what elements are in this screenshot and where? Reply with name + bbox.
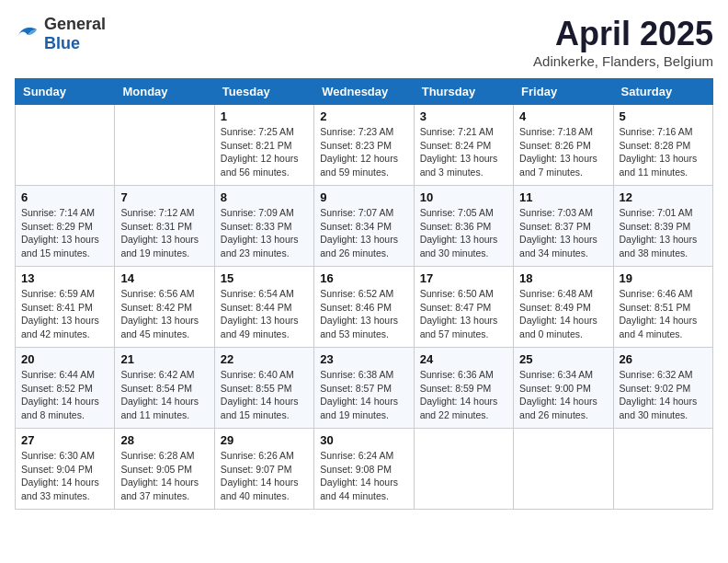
cell-day-number: 12	[620, 190, 707, 204]
cell-sun-info: Sunrise: 7:25 AMSunset: 8:21 PMDaylight:…	[221, 125, 308, 179]
calendar-cell: 2Sunrise: 7:23 AMSunset: 8:23 PMDaylight…	[314, 105, 414, 186]
cell-day-number: 28	[120, 433, 208, 447]
cell-day-number: 17	[420, 271, 507, 285]
calendar-cell: 20Sunrise: 6:44 AMSunset: 8:52 PMDayligh…	[16, 348, 115, 429]
calendar-week-row: 6Sunrise: 7:14 AMSunset: 8:29 PMDaylight…	[16, 186, 713, 267]
calendar-cell: 6Sunrise: 7:14 AMSunset: 8:29 PMDaylight…	[16, 186, 115, 267]
calendar-cell: 9Sunrise: 7:07 AMSunset: 8:34 PMDaylight…	[314, 186, 414, 267]
calendar-cell: 24Sunrise: 6:36 AMSunset: 8:59 PMDayligh…	[414, 348, 513, 429]
cell-day-number: 22	[221, 352, 308, 366]
cell-day-number: 9	[320, 190, 407, 204]
calendar-cell: 28Sunrise: 6:28 AMSunset: 9:05 PMDayligh…	[115, 429, 214, 510]
logo-text: General Blue	[44, 15, 106, 53]
cell-sun-info: Sunrise: 6:52 AMSunset: 8:46 PMDaylight:…	[320, 287, 407, 341]
cell-sun-info: Sunrise: 7:03 AMSunset: 8:37 PMDaylight:…	[519, 206, 607, 260]
cell-day-number: 10	[420, 190, 507, 204]
cell-day-number: 18	[519, 271, 607, 285]
calendar-cell: 23Sunrise: 6:38 AMSunset: 8:57 PMDayligh…	[314, 348, 414, 429]
calendar-cell: 15Sunrise: 6:54 AMSunset: 8:44 PMDayligh…	[214, 267, 313, 348]
calendar-cell: 12Sunrise: 7:01 AMSunset: 8:39 PMDayligh…	[613, 186, 712, 267]
cell-sun-info: Sunrise: 7:16 AMSunset: 8:28 PMDaylight:…	[620, 125, 707, 179]
calendar-cell	[16, 105, 115, 186]
weekday-header: Sunday	[16, 79, 115, 105]
weekday-header: Wednesday	[314, 79, 414, 105]
calendar-cell: 5Sunrise: 7:16 AMSunset: 8:28 PMDaylight…	[613, 105, 712, 186]
cell-sun-info: Sunrise: 6:36 AMSunset: 8:59 PMDaylight:…	[420, 368, 507, 422]
cell-sun-info: Sunrise: 7:01 AMSunset: 8:39 PMDaylight:…	[620, 206, 707, 260]
cell-day-number: 21	[120, 352, 208, 366]
calendar-cell: 19Sunrise: 6:46 AMSunset: 8:51 PMDayligh…	[613, 267, 712, 348]
cell-sun-info: Sunrise: 6:46 AMSunset: 8:51 PMDaylight:…	[620, 287, 707, 341]
cell-sun-info: Sunrise: 7:18 AMSunset: 8:26 PMDaylight:…	[519, 125, 607, 179]
cell-day-number: 27	[21, 433, 108, 447]
calendar-title: April 2025	[533, 15, 713, 53]
weekday-header: Saturday	[613, 79, 712, 105]
calendar-header-row: SundayMondayTuesdayWednesdayThursdayFrid…	[16, 79, 713, 105]
weekday-header: Friday	[514, 79, 613, 105]
cell-sun-info: Sunrise: 6:34 AMSunset: 9:00 PMDaylight:…	[519, 368, 607, 422]
logo-blue: Blue	[44, 34, 80, 52]
calendar-cell: 3Sunrise: 7:21 AMSunset: 8:24 PMDaylight…	[414, 105, 513, 186]
calendar-table: SundayMondayTuesdayWednesdayThursdayFrid…	[15, 78, 713, 510]
calendar-cell	[613, 429, 712, 510]
cell-sun-info: Sunrise: 6:59 AMSunset: 8:41 PMDaylight:…	[21, 287, 108, 341]
calendar-week-row: 27Sunrise: 6:30 AMSunset: 9:04 PMDayligh…	[16, 429, 713, 510]
title-area: April 2025 Adinkerke, Flanders, Belgium	[533, 15, 713, 69]
cell-sun-info: Sunrise: 6:42 AMSunset: 8:54 PMDaylight:…	[120, 368, 208, 422]
logo: General Blue	[15, 15, 106, 53]
calendar-cell: 10Sunrise: 7:05 AMSunset: 8:36 PMDayligh…	[414, 186, 513, 267]
header: General Blue April 2025 Adinkerke, Fland…	[15, 15, 713, 69]
calendar-cell: 16Sunrise: 6:52 AMSunset: 8:46 PMDayligh…	[314, 267, 414, 348]
cell-day-number: 16	[320, 271, 407, 285]
cell-day-number: 7	[120, 190, 208, 204]
cell-sun-info: Sunrise: 6:50 AMSunset: 8:47 PMDaylight:…	[420, 287, 507, 341]
cell-sun-info: Sunrise: 6:40 AMSunset: 8:55 PMDaylight:…	[221, 368, 308, 422]
cell-day-number: 6	[21, 190, 108, 204]
calendar-cell	[115, 105, 214, 186]
calendar-week-row: 20Sunrise: 6:44 AMSunset: 8:52 PMDayligh…	[16, 348, 713, 429]
calendar-cell: 30Sunrise: 6:24 AMSunset: 9:08 PMDayligh…	[314, 429, 414, 510]
cell-day-number: 2	[320, 109, 407, 123]
cell-sun-info: Sunrise: 7:23 AMSunset: 8:23 PMDaylight:…	[320, 125, 407, 179]
calendar-cell: 4Sunrise: 7:18 AMSunset: 8:26 PMDaylight…	[514, 105, 613, 186]
weekday-header: Monday	[115, 79, 214, 105]
calendar-week-row: 13Sunrise: 6:59 AMSunset: 8:41 PMDayligh…	[16, 267, 713, 348]
cell-day-number: 25	[519, 352, 607, 366]
calendar-location: Adinkerke, Flanders, Belgium	[533, 53, 713, 69]
cell-sun-info: Sunrise: 6:28 AMSunset: 9:05 PMDaylight:…	[120, 449, 208, 503]
cell-sun-info: Sunrise: 7:12 AMSunset: 8:31 PMDaylight:…	[120, 206, 208, 260]
cell-day-number: 23	[320, 352, 407, 366]
calendar-cell: 14Sunrise: 6:56 AMSunset: 8:42 PMDayligh…	[115, 267, 214, 348]
cell-day-number: 3	[420, 109, 507, 123]
cell-sun-info: Sunrise: 7:21 AMSunset: 8:24 PMDaylight:…	[420, 125, 507, 179]
calendar-cell	[514, 429, 613, 510]
cell-day-number: 26	[620, 352, 707, 366]
cell-sun-info: Sunrise: 6:48 AMSunset: 8:49 PMDaylight:…	[519, 287, 607, 341]
cell-sun-info: Sunrise: 6:32 AMSunset: 9:02 PMDaylight:…	[620, 368, 707, 422]
cell-day-number: 11	[519, 190, 607, 204]
calendar-cell	[414, 429, 513, 510]
cell-sun-info: Sunrise: 7:07 AMSunset: 8:34 PMDaylight:…	[320, 206, 407, 260]
cell-day-number: 13	[21, 271, 108, 285]
calendar-cell: 13Sunrise: 6:59 AMSunset: 8:41 PMDayligh…	[16, 267, 115, 348]
cell-day-number: 19	[620, 271, 707, 285]
calendar-cell: 26Sunrise: 6:32 AMSunset: 9:02 PMDayligh…	[613, 348, 712, 429]
cell-sun-info: Sunrise: 6:30 AMSunset: 9:04 PMDaylight:…	[21, 449, 108, 503]
cell-day-number: 29	[221, 433, 308, 447]
cell-day-number: 1	[221, 109, 308, 123]
calendar-cell: 29Sunrise: 6:26 AMSunset: 9:07 PMDayligh…	[214, 429, 313, 510]
logo-icon	[15, 22, 40, 46]
cell-day-number: 15	[221, 271, 308, 285]
cell-sun-info: Sunrise: 7:09 AMSunset: 8:33 PMDaylight:…	[221, 206, 308, 260]
cell-sun-info: Sunrise: 7:05 AMSunset: 8:36 PMDaylight:…	[420, 206, 507, 260]
logo-general: General	[44, 15, 106, 33]
cell-sun-info: Sunrise: 6:44 AMSunset: 8:52 PMDaylight:…	[21, 368, 108, 422]
cell-sun-info: Sunrise: 7:14 AMSunset: 8:29 PMDaylight:…	[21, 206, 108, 260]
cell-day-number: 20	[21, 352, 108, 366]
cell-day-number: 30	[320, 433, 407, 447]
calendar-cell: 17Sunrise: 6:50 AMSunset: 8:47 PMDayligh…	[414, 267, 513, 348]
cell-day-number: 8	[221, 190, 308, 204]
calendar-week-row: 1Sunrise: 7:25 AMSunset: 8:21 PMDaylight…	[16, 105, 713, 186]
cell-sun-info: Sunrise: 6:38 AMSunset: 8:57 PMDaylight:…	[320, 368, 407, 422]
cell-day-number: 24	[420, 352, 507, 366]
